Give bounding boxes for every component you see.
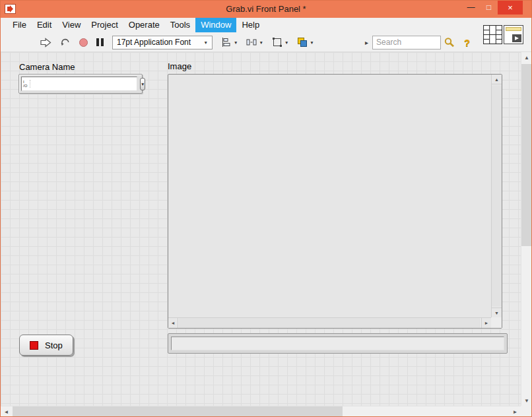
image-scroll-down-button[interactable]: ▼ bbox=[492, 307, 502, 317]
front-panel: Camera Name I /O ▼ Image ▲ ▼ ◄ ► bbox=[1, 52, 521, 406]
panel-vertical-scrollbar[interactable]: ▲ ▼ bbox=[521, 52, 532, 406]
chevron-down-icon: ▼ bbox=[234, 40, 238, 45]
continuous-run-button[interactable] bbox=[60, 35, 71, 49]
reorder-button[interactable]: ▼ bbox=[297, 37, 314, 48]
stop-square-icon bbox=[30, 341, 38, 350]
image-scroll-right-button[interactable]: ► bbox=[481, 318, 491, 328]
stop-button-label: Stop bbox=[45, 340, 63, 350]
scroll-left-button[interactable]: ◄ bbox=[1, 406, 12, 417]
font-selector[interactable]: 17pt Application Font ▼ bbox=[112, 36, 213, 49]
pause-bar-icon bbox=[96, 38, 99, 46]
search-cluster: ▸ ? bbox=[365, 35, 470, 49]
image-scrollbar-corner bbox=[491, 317, 502, 328]
scroll-up-button[interactable]: ▲ bbox=[521, 52, 532, 63]
image-label: Image bbox=[168, 61, 191, 71]
connector-pane-icon[interactable] bbox=[483, 25, 502, 47]
scroll-down-button[interactable]: ▼ bbox=[521, 395, 532, 406]
camera-name-control[interactable]: I /O ▼ bbox=[18, 74, 143, 94]
window-controls: — □ × bbox=[462, 1, 523, 15]
menu-item-view[interactable]: View bbox=[57, 18, 86, 32]
chevron-down-icon: ▼ bbox=[310, 40, 314, 45]
stop-button[interactable]: Stop bbox=[19, 335, 73, 356]
image-vertical-scroll-thumb[interactable] bbox=[492, 85, 502, 307]
camera-name-field[interactable]: I /O bbox=[21, 77, 137, 91]
chevron-down-icon: ▼ bbox=[141, 82, 145, 86]
menu-item-file[interactable]: File bbox=[7, 18, 32, 32]
panel-horizontal-scrollbar[interactable]: ◄ ► bbox=[1, 406, 521, 417]
search-input[interactable] bbox=[372, 36, 441, 49]
run-button[interactable] bbox=[40, 35, 51, 49]
menu-item-tools[interactable]: Tools bbox=[165, 18, 195, 32]
titlebar: Grab.vi Front Panel * — □ × bbox=[1, 1, 531, 18]
abort-circle-icon bbox=[79, 38, 88, 47]
vi-icon-play bbox=[512, 34, 521, 42]
camera-name-input[interactable] bbox=[30, 78, 137, 90]
vi-icon-banner bbox=[506, 27, 521, 31]
image-display: ▲ ▼ ◄ ► bbox=[168, 74, 502, 329]
scroll-right-button[interactable]: ► bbox=[510, 406, 521, 417]
status-indicator bbox=[168, 333, 508, 354]
image-scroll-up-button[interactable]: ▲ bbox=[492, 75, 502, 84]
pause-bar-icon bbox=[101, 38, 104, 46]
io-glyph-icon: I /O bbox=[22, 80, 30, 88]
font-selector-label: 17pt Application Font bbox=[117, 38, 191, 47]
chevron-down-icon: ▼ bbox=[284, 40, 288, 45]
close-button[interactable]: × bbox=[498, 1, 523, 15]
pause-button[interactable] bbox=[96, 35, 104, 49]
window-title: Grab.vi Front Panel * bbox=[1, 1, 531, 18]
chevron-down-icon: ▼ bbox=[259, 40, 263, 45]
distribute-objects-button[interactable]: ▼ bbox=[246, 37, 263, 48]
vertical-scroll-thumb[interactable] bbox=[521, 64, 532, 246]
minimize-button[interactable]: — bbox=[462, 1, 480, 15]
menu-item-help[interactable]: Help bbox=[236, 18, 265, 32]
image-vertical-scrollbar[interactable]: ▲ ▼ bbox=[491, 75, 502, 317]
image-horizontal-scrollbar[interactable]: ◄ ► bbox=[168, 317, 491, 328]
horizontal-scroll-thumb[interactable] bbox=[13, 406, 343, 417]
search-icon[interactable] bbox=[441, 36, 458, 49]
image-scroll-left-button[interactable]: ◄ bbox=[168, 318, 178, 328]
menubar: File Edit View Project Operate Tools Win… bbox=[1, 18, 531, 32]
resize-objects-button[interactable]: ▼ bbox=[272, 37, 288, 48]
toolbar-overflow-icon[interactable]: ▸ bbox=[365, 39, 368, 46]
scrollbar-corner bbox=[521, 406, 532, 417]
abort-button[interactable] bbox=[79, 35, 88, 49]
status-indicator-value bbox=[171, 337, 504, 350]
menu-item-operate[interactable]: Operate bbox=[123, 18, 165, 32]
icon-pane bbox=[483, 25, 523, 47]
toolbar-left-group: 17pt Application Font ▼ ▼ ▼ ▼ ▼ bbox=[40, 32, 314, 52]
chevron-down-icon: ▼ bbox=[204, 40, 208, 45]
toolbar: 17pt Application Font ▼ ▼ ▼ ▼ ▼ ▸ bbox=[1, 32, 531, 52]
camera-name-label: Camera Name bbox=[19, 62, 75, 72]
menu-item-window[interactable]: Window bbox=[195, 18, 236, 32]
align-objects-button[interactable]: ▼ bbox=[221, 37, 238, 48]
vi-icon[interactable] bbox=[504, 25, 523, 44]
camera-name-dropdown-button[interactable]: ▼ bbox=[140, 78, 145, 90]
labview-window: Grab.vi Front Panel * — □ × File Edit Vi… bbox=[0, 0, 532, 417]
menu-item-edit[interactable]: Edit bbox=[32, 18, 57, 32]
image-horizontal-scroll-thumb[interactable] bbox=[179, 318, 481, 328]
maximize-button[interactable]: □ bbox=[480, 1, 498, 15]
menu-item-project[interactable]: Project bbox=[86, 18, 123, 32]
context-help-button[interactable]: ? bbox=[464, 37, 470, 48]
